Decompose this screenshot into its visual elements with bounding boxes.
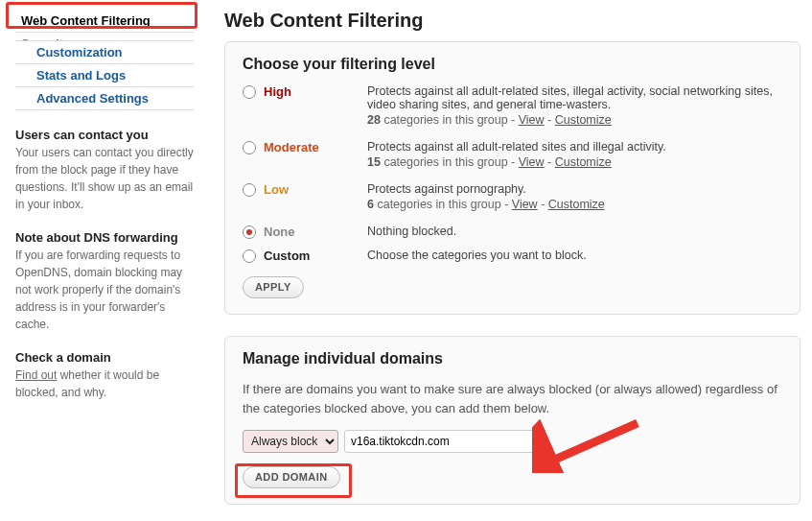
side-text-contact: Your users can contact you directly from… <box>15 144 194 213</box>
filter-radio-none[interactable] <box>243 225 256 239</box>
filter-row-low: LowProtects against pornography.6 catego… <box>243 182 782 211</box>
apply-button[interactable]: APPLY <box>243 276 304 298</box>
filter-row-moderate: ModerateProtects against all adult-relat… <box>243 140 782 169</box>
domain-input[interactable] <box>344 430 536 453</box>
domain-entry-row: Always blockNever block <box>243 430 782 453</box>
domains-intro: If there are domains you want to make su… <box>243 380 782 417</box>
filter-radio-high[interactable] <box>243 85 256 99</box>
filter-label-none: None <box>264 225 295 239</box>
filter-label-high: High <box>264 84 291 99</box>
sidebar-item-security[interactable]: Security <box>15 32 194 40</box>
filter-label-low: Low <box>264 182 289 197</box>
side-heading-contact: Users can contact you <box>15 128 194 142</box>
filter-desc-high: Protects against all adult-related sites… <box>367 84 782 127</box>
domain-action-dropdown[interactable]: Always blockNever block <box>243 430 338 453</box>
customize-link-high[interactable]: Customize <box>555 113 612 127</box>
filter-level-panel: Choose your filtering level HighProtects… <box>224 41 800 315</box>
customize-link-moderate[interactable]: Customize <box>555 155 612 169</box>
sidebar-item-customization[interactable]: Customization <box>15 40 194 63</box>
filter-desc-none: Nothing blocked. <box>367 225 782 238</box>
sidebar-item-advanced-settings[interactable]: Advanced Settings <box>15 86 194 109</box>
customize-link-low[interactable]: Customize <box>548 198 605 211</box>
filter-heading: Choose your filtering level <box>243 56 782 73</box>
filter-row-none: NoneNothing blocked. <box>243 225 782 239</box>
filter-desc-custom: Choose the categories you want to block. <box>367 249 782 262</box>
filter-row-custom: CustomChoose the categories you want to … <box>243 249 782 263</box>
filter-label-custom: Custom <box>264 249 310 263</box>
side-heading-dns: Note about DNS forwarding <box>15 230 194 245</box>
sidebar-nav: Web Content Filtering Security Customiza… <box>15 10 194 110</box>
filter-row-high: HighProtects against all adult-related s… <box>243 84 782 127</box>
manage-domains-panel: Manage individual domains If there are d… <box>224 336 800 505</box>
side-text-check: Find out whether it would be blocked, an… <box>15 367 194 401</box>
filter-radio-custom[interactable] <box>243 249 256 263</box>
filter-label-moderate: Moderate <box>264 140 319 154</box>
add-domain-button[interactable]: ADD DOMAIN <box>243 466 340 488</box>
sidebar-item-stats-and-logs[interactable]: Stats and Logs <box>15 63 194 86</box>
view-link-high[interactable]: View <box>519 113 545 127</box>
main-content: Web Content Filtering Choose your filter… <box>201 0 812 521</box>
filter-radio-low[interactable] <box>243 183 256 197</box>
filter-desc-moderate: Protects against all adult-related sites… <box>367 140 782 169</box>
side-heading-check: Check a domain <box>15 350 194 365</box>
domains-heading: Manage individual domains <box>243 350 782 367</box>
filter-desc-low: Protects against pornography.6 categorie… <box>367 182 782 211</box>
sidebar: Web Content Filtering Security Customiza… <box>0 0 201 521</box>
view-link-low[interactable]: View <box>512 198 538 211</box>
find-out-link[interactable]: Find out <box>15 368 57 382</box>
page-title: Web Content Filtering <box>224 10 800 32</box>
side-text-dns: If you are forwarding requests to OpenDN… <box>15 247 194 333</box>
sidebar-item-web-content-filtering[interactable]: Web Content Filtering <box>15 10 194 32</box>
view-link-moderate[interactable]: View <box>519 155 545 169</box>
filter-radio-moderate[interactable] <box>243 141 256 154</box>
